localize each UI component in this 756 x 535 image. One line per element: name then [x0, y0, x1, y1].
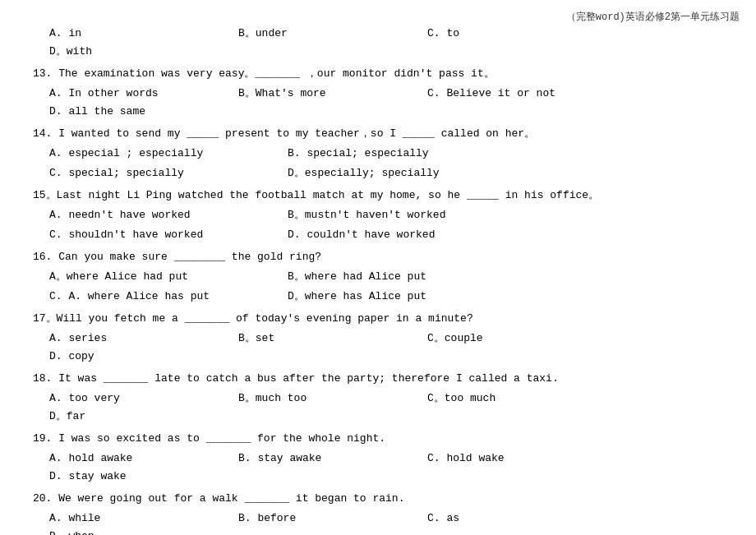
q17-option-b: B。set — [238, 330, 419, 348]
question-15: 15。Last night Li Ping watched the footba… — [33, 187, 723, 244]
question-14-text: 14. I wanted to send my _____ present to… — [33, 126, 723, 143]
q14-option-d: D。especially; specially — [288, 164, 518, 182]
question-13: 13. The examination was very easy。______… — [33, 66, 723, 121]
question-14-options: A. especial ; especially B. special; esp… — [49, 145, 723, 163]
q18-option-b: B。much too — [238, 390, 419, 408]
option-b: B。under — [238, 25, 419, 43]
question-13-options: A. In other words B。What's more C. Belie… — [49, 85, 723, 121]
q19-option-b: B. stay awake — [238, 450, 419, 468]
question-16-text: 16. Can you make sure ________ the gold … — [33, 249, 723, 266]
q19-option-c: C. hold wake — [427, 450, 608, 468]
q17-option-d: D. copy — [49, 348, 230, 366]
question-16: 16. Can you make sure ________ the gold … — [33, 249, 723, 306]
q17-option-c: C。couple — [427, 330, 608, 348]
question-17: 17。Will you fetch me a _______ of today'… — [33, 311, 723, 366]
question-16-options-2: C. A. where Alice has put D。where has Al… — [49, 288, 723, 306]
question-20: 20. We were going out for a walk _______… — [33, 491, 723, 535]
q16-option-a: A。where Alice had put — [49, 268, 279, 286]
question-13-text: 13. The examination was very easy。______… — [33, 66, 723, 83]
option-a: A. in — [49, 25, 230, 43]
q20-option-c: C. as — [427, 510, 608, 528]
page-container: （完整word)英语必修2第一单元练习题 A. in B。under C. to… — [0, 0, 756, 535]
option-c: C. to — [427, 25, 608, 43]
q14-option-b: B. special; especially — [288, 145, 518, 163]
q13-option-c: C. Believe it or not — [427, 85, 608, 103]
q17-option-a: A. series — [49, 330, 230, 348]
q18-option-c: C。too much — [427, 390, 608, 408]
question-15-text: 15。Last night Li Ping watched the footba… — [33, 187, 723, 205]
q15-option-c: C. shouldn't have worked — [49, 226, 279, 244]
q13-option-b: B。What's more — [238, 85, 419, 103]
q16-option-b: B。where had Alice put — [288, 268, 518, 286]
question-15-options-1: A. needn't have worked B。mustn't haven't… — [49, 206, 723, 224]
question-14: 14. I wanted to send my _____ present to… — [33, 126, 723, 182]
q16-option-d: D。where has Alice put — [288, 288, 518, 306]
question-18-text: 18. It was _______ late to catch a bus a… — [33, 371, 723, 388]
q14-option-c: C. special; specially — [49, 164, 279, 182]
q18-option-d: D。far — [49, 408, 230, 426]
q20-option-b: B. before — [238, 510, 419, 528]
q20-option-a: A. while — [49, 510, 230, 528]
q16-option-c: C. A. where Alice has put — [49, 288, 279, 306]
options-row: A. in B。under C. to D。with — [49, 25, 723, 61]
q13-option-a: A. In other words — [49, 85, 230, 103]
question-17-options: A. series B。set C。couple D. copy — [49, 330, 723, 366]
q13-option-d: D. all the same — [49, 103, 230, 121]
q18-option-a: A. too very — [49, 390, 230, 408]
question-17-text: 17。Will you fetch me a _______ of today'… — [33, 311, 723, 328]
q15-option-d: D. couldn't have worked — [288, 226, 518, 244]
question-20-options: A. while B. before C. as D. when — [49, 510, 723, 535]
q19-option-a: A. hold awake — [49, 450, 230, 468]
question-16-options-1: A。where Alice had put B。where had Alice … — [49, 268, 723, 286]
q15-option-a: A. needn't have worked — [49, 206, 279, 224]
q19-option-d: D. stay wake — [49, 468, 230, 486]
q14-option-a: A. especial ; especially — [49, 145, 279, 163]
question-18: 18. It was _______ late to catch a bus a… — [33, 371, 723, 426]
question-20-text: 20. We were going out for a walk _______… — [33, 491, 723, 508]
question-19-text: 19. I was so excited as to _______ for t… — [33, 431, 723, 448]
q15-option-b: B。mustn't haven't worked — [288, 206, 518, 224]
question-19-options: A. hold awake B. stay awake C. hold wake… — [49, 450, 723, 486]
question-18-options: A. too very B。much too C。too much D。far — [49, 390, 723, 426]
q20-option-d: D. when — [49, 528, 230, 535]
page-title: （完整word)英语必修2第一单元练习题 — [566, 10, 740, 24]
question-19: 19. I was so excited as to _______ for t… — [33, 431, 723, 486]
question-14-options-2: C. special; specially D。especially; spec… — [49, 164, 723, 182]
prior-options: A. in B。under C. to D。with — [33, 25, 723, 61]
question-15-options-2: C. shouldn't have worked D. couldn't hav… — [49, 226, 723, 244]
option-d: D。with — [49, 43, 230, 61]
